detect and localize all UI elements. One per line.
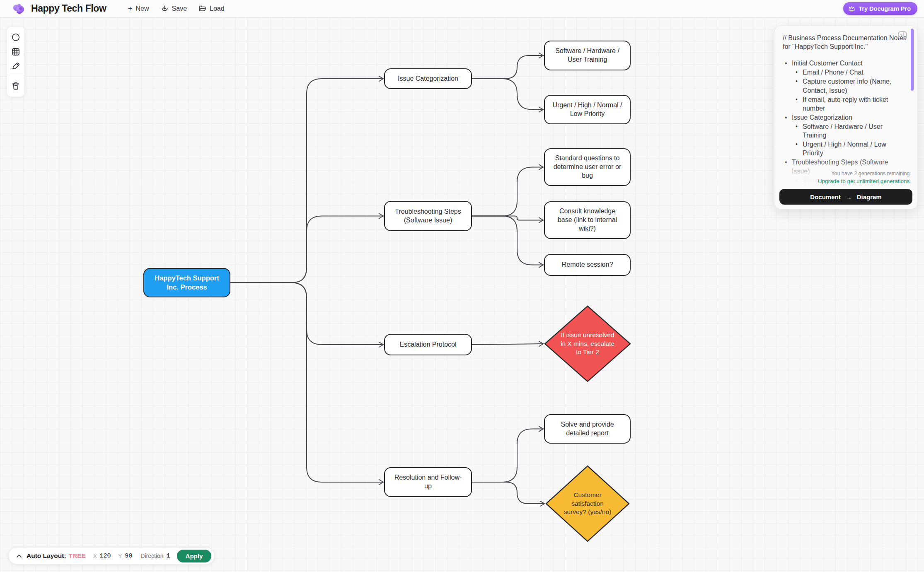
notes-sub-bullet-item: •If email, auto-reply with ticket number [783,95,907,113]
x-spacing-input[interactable]: 120 [100,553,111,560]
collapse-layout-bar-button[interactable] [15,554,23,558]
x-label: X [93,553,97,559]
save-button-label: Save [172,5,187,12]
load-button[interactable]: Load [198,5,225,12]
node-satisfaction-survey[interactable]: Customer satisfaction survey? (yes/no) [545,465,630,542]
shape-toolbar [7,27,25,97]
node-solve-report[interactable]: Solve and provide detailed report [544,414,631,444]
node-resolution[interactable]: Resolution and Follow-up [384,467,472,497]
upgrade-link[interactable]: Upgrade to get unlimited generations. [779,178,911,184]
notes-subitem-label: If email, auto-reply with ticket number [803,95,907,113]
app-title: Happy Tech Flow [31,3,106,14]
notes-subitem-label: Capture customer info (Name, Contact, Is… [803,77,907,94]
node-label: If issue unresolved in X mins, escalate … [561,331,614,357]
grid-tool-button[interactable] [9,46,23,58]
node-escalate-tier2[interactable]: If issue unresolved in X mins, escalate … [544,305,631,382]
convert-to-label: Diagram [857,193,882,200]
try-pro-button[interactable]: Try Docugram Pro [843,2,917,15]
bullet-icon: • [796,140,803,157]
notes-item-label: Issue Categorization [792,113,852,122]
document-to-diagram-button[interactable]: Document → Diagram [779,189,912,205]
circle-icon [11,32,21,42]
notes-panel: // Business Process Documentation Notes … [774,26,918,209]
apply-layout-button[interactable]: Apply [177,550,212,562]
bullet-icon: • [785,113,792,122]
notes-sub-bullet-item: •Capture customer info (Name, Contact, I… [783,77,907,94]
notes-subitem-label: Email / Phone / Chat [803,68,864,77]
node-priority-levels[interactable]: Urgent / High / Normal / Low Priority [544,95,631,124]
save-icon [161,5,169,12]
direction-label: Direction [140,553,163,559]
auto-layout-label: Auto Layout: [27,552,66,560]
panel-scrollbar-thumb[interactable] [911,29,914,91]
node-escalation[interactable]: Escalation Protocol [384,334,472,355]
node-issue-categorization[interactable]: Issue Categorization [384,68,472,89]
node-label: Customer satisfaction survey? (yes/no) [561,491,614,516]
toolbar-divider [7,76,24,76]
collapse-panel-button[interactable] [898,31,907,40]
delete-tool-button[interactable] [9,80,23,92]
convert-from-label: Document [810,193,840,200]
generations-remaining-note: You have 2 generations remaining. [779,171,912,176]
notes-bullet-item: •Initial Customer Contact [783,59,907,68]
try-pro-label: Try Docugram Pro [859,5,911,12]
y-spacing-input[interactable]: 90 [125,553,132,560]
layout-mode-value[interactable]: TREE [69,552,86,560]
folder-icon [198,5,206,12]
bullet-icon: • [785,59,792,68]
trash-icon [11,81,21,91]
notes-subitem-label: Urgent / High / Normal / Low Priority [803,140,907,157]
crown-icon [848,5,855,12]
bullet-icon: • [796,95,803,113]
notes-sub-bullet-item: •Software / Hardware / User Training [783,122,907,140]
notes-subitem-label: Software / Hardware / User Training [803,122,907,140]
arrow-right-icon: → [846,193,852,200]
app-logo-icon [12,2,25,14]
notes-sub-bullet-item: •Urgent / High / Normal / Low Priority [783,140,907,157]
circle-tool-button[interactable] [9,31,23,44]
node-remote-session[interactable]: Remote session? [544,254,631,276]
plus-icon: + [128,5,132,12]
new-button[interactable]: + New [128,5,149,12]
node-software-hardware-training[interactable]: Software / Hardware / User Training [544,41,631,70]
bullet-icon: • [796,77,803,94]
app-header: Happy Tech Flow + New Save Load Try Docu… [0,0,924,17]
grid-icon [11,47,21,57]
brush-icon [11,61,21,71]
notes-item-label: Initial Customer Contact [792,59,863,68]
brush-tool-button[interactable] [9,60,23,73]
save-button[interactable]: Save [161,5,187,12]
notes-bullet-item: •Issue Categorization [783,113,907,122]
chevron-up-icon [16,554,22,558]
new-button-label: New [136,5,149,12]
auto-layout-bar: Auto Layout: TREE X 120 Y 90 Direction 1… [8,547,215,565]
direction-input[interactable]: 1 [167,553,170,560]
panel-footer: You have 2 generations remaining. Upgrad… [774,160,917,209]
y-label: Y [119,553,122,559]
node-root[interactable]: HappyTech Support Inc. Process [143,268,230,297]
node-troubleshooting[interactable]: Troubleshooting Steps (Software Issue) [384,201,472,231]
node-standard-questions[interactable]: Standard questions to determine user err… [544,148,631,186]
bullet-icon: • [796,122,803,140]
bullet-icon: • [796,68,803,77]
notes-sub-bullet-item: •Email / Phone / Chat [783,68,907,77]
load-button-label: Load [210,5,225,12]
notes-title: // Business Process Documentation Notes … [783,34,907,51]
node-consult-kb[interactable]: Consult knowledge base (link to internal… [544,201,631,239]
